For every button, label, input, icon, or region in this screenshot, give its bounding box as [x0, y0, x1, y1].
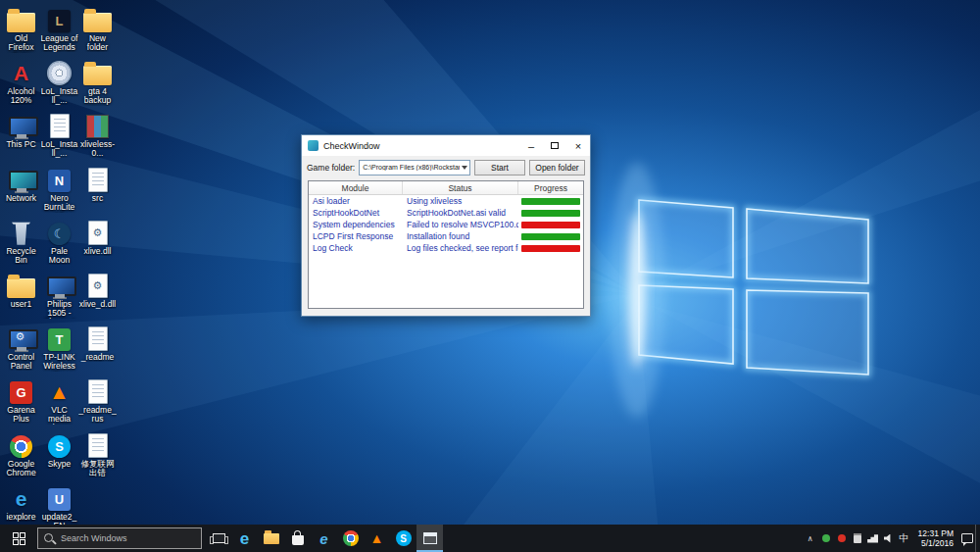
- desktop-icon[interactable]: AAlcohol 120%: [2, 58, 40, 111]
- taskbar-clock[interactable]: 12:31 PM 5/1/2016: [912, 525, 959, 552]
- clock-date: 5/1/2016: [921, 538, 954, 548]
- taskbar-app-store[interactable]: [284, 525, 311, 552]
- table-header-row: ModuleStatusProgress: [309, 181, 583, 195]
- desktop-icon[interactable]: Old Firefox Data: [2, 5, 40, 58]
- desktop-icon[interactable]: ⚙Control Panel: [2, 324, 40, 376]
- taskbar-app-checkwindow[interactable]: [416, 525, 443, 552]
- desktop-icon[interactable]: LoL_Install_...: [40, 58, 78, 111]
- desktop-icon-label: _readme_rus: [78, 406, 117, 424]
- control-icon: ⚙: [9, 324, 34, 351]
- hidden-icons-chevron[interactable]: ∧: [803, 525, 818, 552]
- system-tray: ∧ 中 12:31 PM 5/1/2016: [803, 525, 980, 552]
- show-desktop-button[interactable]: [975, 525, 980, 552]
- desktop-icon[interactable]: gta 4 backup copy: [78, 58, 117, 111]
- game-folder-label: Game folder:: [307, 163, 355, 173]
- close-button[interactable]: ×: [566, 135, 590, 156]
- status-cell: Installation found: [403, 231, 518, 241]
- desktop-icon[interactable]: _readme: [78, 324, 117, 376]
- usb-tray-icon[interactable]: [850, 525, 865, 552]
- desktop-icon[interactable]: ⚙xlive_d.dll: [78, 271, 117, 324]
- table-row[interactable]: LCPD First ResponseInstallation found: [309, 230, 583, 242]
- desktop-icon-label: LoL_Install_...: [40, 87, 78, 105]
- checkwindow-taskbar-icon: [423, 532, 437, 544]
- table-row[interactable]: System dependenciesFailed to resolve MSV…: [309, 219, 583, 230]
- search-icon: [44, 533, 55, 544]
- desktop-icon[interactable]: src: [78, 165, 117, 218]
- desktop-icon[interactable]: SSkype: [40, 430, 78, 483]
- action-center-icon: [961, 533, 973, 543]
- desktop-icon-label: _readme: [78, 353, 117, 362]
- folder-icon: [7, 271, 35, 298]
- desktop-icon-label: Pale Moon: [40, 247, 78, 265]
- column-header-progress[interactable]: Progress: [518, 181, 583, 194]
- table-row[interactable]: ScriptHookDotNetScriptHookDotNet.asi val…: [309, 207, 583, 219]
- start-button[interactable]: Start: [474, 160, 525, 176]
- windows-logo-icon: [13, 532, 25, 545]
- status-cell: Using xliveless: [403, 196, 518, 206]
- desktop-icon-label: gta 4 backup copy: [78, 87, 117, 106]
- network-icon: [867, 534, 878, 543]
- desktop-icon[interactable]: New folder: [78, 5, 117, 58]
- desktop-icon-label: Network: [2, 194, 40, 203]
- volume-tray-icon[interactable]: [881, 525, 897, 552]
- open-folder-button[interactable]: Open folder: [529, 160, 585, 176]
- desktop-icon[interactable]: Recycle Bin: [2, 218, 40, 271]
- desktop-icon[interactable]: This PC: [2, 111, 40, 164]
- taskbar-app-internet-explorer[interactable]: e: [311, 525, 337, 552]
- desktop-icon[interactable]: Philips 1505 - Shortcut: [40, 271, 78, 324]
- minimize-button[interactable]: –: [519, 135, 543, 156]
- action-center-button[interactable]: [959, 525, 975, 552]
- taskbar-search[interactable]: Search Windows: [37, 527, 202, 549]
- pc-icon: [9, 111, 34, 138]
- alert-tray-icon[interactable]: [834, 525, 850, 552]
- progress-bar: [521, 198, 580, 205]
- taskbar-app-chrome[interactable]: [337, 525, 364, 552]
- desktop-icon[interactable]: Google Chrome: [2, 430, 40, 483]
- desktop-icon[interactable]: ▲VLC media player: [40, 376, 78, 429]
- desktop-icon[interactable]: ⚙xlive.dll: [78, 218, 117, 271]
- taskbar-app-file-explorer[interactable]: [258, 525, 284, 552]
- speaker-icon: [884, 534, 894, 543]
- titlebar[interactable]: CheckWindow – ×: [302, 135, 590, 156]
- chrome-icon: [10, 430, 32, 458]
- badge-icon: G: [10, 376, 32, 404]
- desktop-icon[interactable]: _readme_rus: [78, 376, 117, 429]
- network-tray-icon[interactable]: [865, 525, 881, 552]
- desktop-icon-label: VLC media player: [40, 406, 78, 425]
- start-menu-button[interactable]: [0, 525, 37, 552]
- desktop-icon[interactable]: ☾Pale Moon: [40, 218, 78, 271]
- taskbar-app-vlc[interactable]: ▲: [364, 525, 390, 552]
- antivirus-tray-icon[interactable]: [818, 525, 834, 552]
- desktop-icon[interactable]: Network: [2, 165, 40, 218]
- app-icon: [308, 140, 318, 151]
- table-row[interactable]: Log CheckLog files checked, see report f…: [309, 242, 583, 254]
- badge-icon: S: [48, 430, 71, 458]
- badge-icon: ☾: [48, 218, 71, 245]
- desktop-icon[interactable]: xliveless-0...: [78, 111, 117, 164]
- progress-cell: [518, 198, 583, 205]
- table-row[interactable]: Asi loaderUsing xliveless: [309, 195, 583, 207]
- network-icon: [9, 165, 34, 192]
- desktop-icon[interactable]: user1: [2, 271, 40, 324]
- column-header-module[interactable]: Module: [309, 181, 403, 194]
- folder-icon: [83, 5, 112, 32]
- file-explorer-icon: [264, 533, 279, 544]
- desktop-icon[interactable]: TTP-LINK Wireless C...: [40, 324, 78, 376]
- desktop-icon[interactable]: LoL_Install_...: [40, 111, 78, 164]
- ime-language-indicator[interactable]: 中: [897, 525, 912, 552]
- desktop-icon[interactable]: NNero BurnLite 10: [40, 165, 78, 218]
- task-view-button[interactable]: [206, 525, 231, 552]
- taskbar-app-edge[interactable]: e: [231, 525, 258, 552]
- desktop-icon[interactable]: LLeague of Legends: [40, 5, 78, 58]
- usb-icon: [854, 533, 861, 543]
- game-folder-combobox[interactable]: C:\Program Files (x86)\Rockstar Games\EF…: [359, 160, 470, 176]
- maximize-button[interactable]: [543, 135, 566, 156]
- column-header-status[interactable]: Status: [403, 181, 518, 194]
- taskbar-app-skype[interactable]: S: [390, 525, 416, 552]
- desktop-icon[interactable]: GGarena Plus: [2, 376, 40, 429]
- store-icon: [292, 535, 304, 545]
- doc-icon: [88, 165, 108, 192]
- window-title: CheckWindow: [323, 141, 519, 151]
- desktop-icon[interactable]: 修复联网出错: [78, 430, 117, 483]
- desktop-icon-label: 修复联网出错: [78, 460, 117, 477]
